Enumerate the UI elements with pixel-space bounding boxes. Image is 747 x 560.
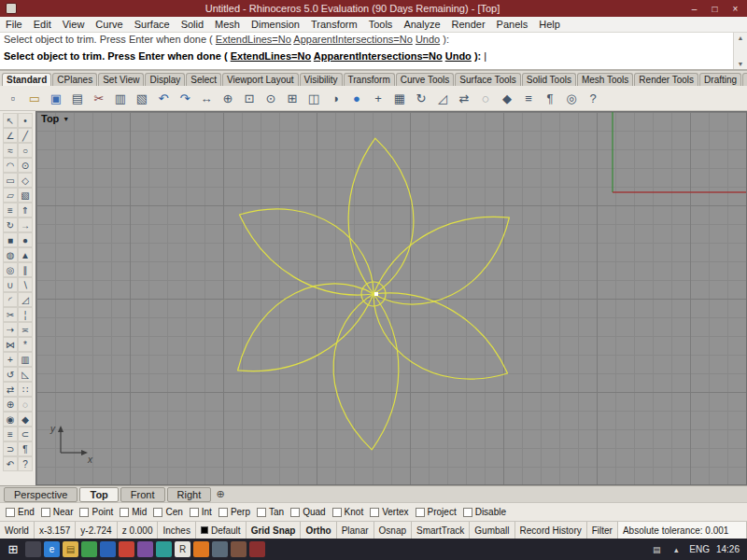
command-option-undo[interactable]: Undo — [416, 34, 440, 45]
toolbar-tab-cplanes[interactable]: CPlanes — [52, 73, 97, 86]
file-explorer-icon[interactable]: ▤ — [63, 541, 78, 557]
trim-icon[interactable]: ✂ — [3, 307, 18, 322]
osnap-vertex[interactable]: Vertex — [370, 507, 408, 517]
split-icon[interactable]: ¦ — [18, 307, 33, 322]
flower-petal-curve[interactable] — [219, 257, 385, 398]
osnap-perp[interactable]: Perp — [218, 507, 250, 517]
menu-item-curve[interactable]: Curve — [90, 18, 128, 31]
arc-icon[interactable]: ◠ — [3, 158, 18, 173]
open-file-icon[interactable]: ▭ — [24, 88, 45, 108]
zoom-window-icon[interactable]: ⊡ — [239, 88, 260, 108]
tray-expand-icon[interactable]: ▴ — [669, 543, 683, 556]
curve-icon[interactable]: ≈ — [3, 143, 18, 158]
four-viewports-icon[interactable]: ◫ — [303, 88, 324, 108]
osnap-disable[interactable]: Disable — [463, 507, 506, 517]
move-icon[interactable]: + — [368, 88, 388, 108]
viewport-title[interactable]: Top ▼ — [41, 113, 69, 124]
menu-item-view[interactable]: View — [57, 18, 91, 31]
command-option-extendlines[interactable]: ExtendLines=No — [216, 34, 291, 45]
app-slate-icon[interactable] — [212, 541, 228, 557]
command-option-extendlines[interactable]: ExtendLines=No — [231, 50, 312, 62]
flower-petal-curve[interactable] — [362, 190, 528, 331]
toolbar-tab-display[interactable]: Display — [145, 73, 185, 86]
toolbar-tab-render-tools[interactable]: Render Tools — [634, 73, 698, 86]
zoom-selected-icon[interactable]: ⊙ — [261, 88, 281, 108]
toolbar-tab-solid-tools[interactable]: Solid Tools — [522, 73, 576, 86]
menu-item-surface[interactable]: Surface — [129, 18, 176, 31]
menu-item-mesh[interactable]: Mesh — [209, 18, 246, 31]
sphere-icon[interactable]: ● — [18, 232, 33, 247]
cut-icon[interactable]: ✂ — [89, 88, 109, 108]
menu-item-help[interactable]: Help — [533, 18, 566, 31]
lock-icon[interactable]: ◆ — [18, 412, 33, 427]
revolve-icon[interactable]: ↻ — [3, 217, 18, 232]
select-icon[interactable]: ↖ — [3, 113, 18, 128]
app-darkred-icon[interactable] — [249, 541, 265, 557]
menu-item-transform[interactable]: Transform — [305, 18, 363, 31]
status-smarttrack[interactable]: SmartTrack — [412, 522, 470, 539]
circle-icon[interactable]: ○ — [18, 143, 33, 158]
osnap-quad[interactable]: Quad — [290, 507, 325, 517]
viewport-tab-front[interactable]: Front — [120, 487, 165, 502]
boolean-difference-icon[interactable]: ∖ — [18, 277, 33, 292]
lock-icon[interactable]: ◆ — [497, 88, 517, 108]
hide-icon[interactable]: ◌ — [18, 397, 33, 412]
gumball-icon[interactable]: ◎ — [561, 88, 582, 108]
viewport-menu-arrow-icon[interactable]: ▼ — [63, 116, 69, 122]
redo-icon[interactable]: ↷ — [175, 88, 195, 108]
osnap-end[interactable]: End — [6, 507, 35, 517]
osnap-cen[interactable]: Cen — [153, 507, 182, 517]
osnap-mid[interactable]: Mid — [120, 507, 147, 517]
help-icon[interactable]: ? — [583, 88, 603, 108]
viewport[interactable]: Top ▼ yx — [35, 111, 747, 485]
start-button[interactable]: ⊞ — [4, 541, 22, 558]
toolbar-tab-curve-tools[interactable]: Curve Tools — [396, 73, 455, 86]
osnap-tan[interactable]: Tan — [257, 507, 284, 517]
menu-item-tools[interactable]: Tools — [363, 18, 399, 31]
internet-explorer-icon[interactable]: e — [44, 541, 60, 557]
sweep-icon[interactable]: → — [18, 217, 33, 232]
help-icon[interactable]: ? — [18, 456, 33, 471]
new-file-icon[interactable]: ▫ — [3, 88, 23, 108]
toolbar-tab-set-view[interactable]: Set View — [98, 73, 144, 86]
app-blue-icon[interactable] — [100, 541, 116, 557]
menu-item-file[interactable]: File — [0, 18, 28, 31]
app-purple-icon[interactable] — [137, 541, 153, 557]
menu-item-edit[interactable]: Edit — [28, 18, 57, 31]
app-icon[interactable] — [6, 3, 17, 14]
flower-petal-curve[interactable] — [343, 136, 418, 296]
task-view-icon[interactable] — [25, 541, 41, 557]
offset-icon[interactable]: ≍ — [18, 322, 33, 337]
save-icon[interactable]: ▣ — [46, 88, 66, 108]
new-viewport-tab-button[interactable]: ⊕ — [213, 488, 228, 500]
menu-item-dimension[interactable]: Dimension — [246, 18, 305, 31]
shade-icon[interactable]: ◑ — [325, 88, 345, 108]
keyboard-icon[interactable]: ▤ — [650, 543, 663, 556]
toolbar-tab-new-in-v5[interactable]: New in V5 — [742, 73, 747, 86]
app-orange-icon[interactable] — [193, 541, 209, 557]
extrude-icon[interactable]: ⇑ — [18, 203, 33, 217]
orient-icon[interactable]: ⊕ — [3, 397, 18, 412]
menu-item-analyze[interactable]: Analyze — [398, 18, 445, 31]
move-icon[interactable]: + — [3, 352, 18, 367]
viewport-tab-perspective[interactable]: Perspective — [4, 487, 78, 502]
explode-icon[interactable]: * — [18, 337, 33, 352]
status-world[interactable]: World — [0, 522, 35, 539]
command-option-apparentintersections[interactable]: ApparentIntersections=No — [293, 34, 413, 45]
maximize-button[interactable]: □ — [705, 2, 725, 15]
app-brown-icon[interactable] — [231, 541, 247, 557]
scale-icon[interactable]: ◿ — [432, 88, 453, 108]
join-icon[interactable]: ⋈ — [3, 337, 18, 352]
fillet-icon[interactable]: ◜ — [3, 292, 18, 307]
show-icon[interactable]: ◉ — [3, 412, 18, 427]
torus-icon[interactable]: ◎ — [3, 262, 18, 277]
copy-object-icon[interactable]: ▦ — [389, 88, 410, 108]
zoom-extents-icon[interactable]: ⊞ — [282, 88, 303, 108]
pipe-icon[interactable]: ∥ — [18, 262, 33, 277]
loft-icon[interactable]: ≡ — [3, 203, 18, 217]
status-grid-snap[interactable]: Grid Snap — [247, 522, 302, 539]
layer-icon[interactable]: ≡ — [3, 427, 18, 441]
zoom-dynamic-icon[interactable]: ⊕ — [218, 88, 238, 108]
plane-icon[interactable]: ▱ — [3, 188, 18, 203]
toolbar-tab-visibility[interactable]: Visibility — [300, 73, 343, 86]
